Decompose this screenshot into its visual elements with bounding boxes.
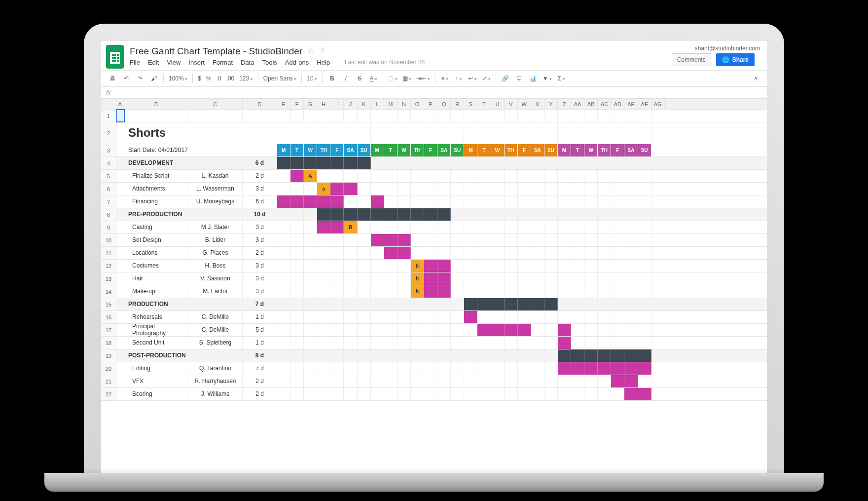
cell-selection[interactable] (116, 110, 124, 122)
text-rotate-icon[interactable]: ⤢ (482, 75, 491, 82)
column-header[interactable]: Y (544, 99, 558, 109)
section-name[interactable]: POST-PRODUCTION (124, 349, 243, 362)
column-header[interactable]: M (384, 99, 398, 109)
row-header[interactable]: 9 (101, 221, 116, 234)
column-header[interactable]: H (317, 99, 330, 109)
table-row[interactable]: Principal PhotographyC. DeMille5 d (116, 324, 767, 337)
row-header[interactable]: 12 (101, 260, 116, 272)
comment-icon[interactable]: 🗨 (515, 75, 524, 82)
fill-color-icon[interactable]: ⬚ (388, 75, 398, 82)
table-row[interactable]: CastingM.J. Slater3 dB (116, 221, 767, 234)
row-header[interactable]: 1 (101, 110, 116, 122)
column-header[interactable]: U (491, 99, 505, 109)
row-header[interactable]: 22 (101, 388, 116, 401)
row-header[interactable]: 5 (101, 170, 116, 183)
menu-view[interactable]: View (167, 59, 181, 66)
collapse-toolbar-icon[interactable]: ʌ (751, 75, 760, 82)
undo-icon[interactable]: ↶ (122, 75, 131, 82)
column-header[interactable]: D (243, 99, 277, 109)
section-name[interactable]: PRODUCTION (124, 298, 243, 310)
table-row[interactable]: LocationsG. Places2 d (116, 247, 767, 260)
column-header[interactable]: S (464, 99, 477, 109)
table-row[interactable]: RehearsalsC. DeMille1 d (116, 311, 767, 324)
column-header[interactable]: W (518, 99, 531, 109)
task-owner[interactable]: Q. Tarantino (188, 362, 243, 375)
column-header[interactable]: AC (598, 99, 611, 109)
font-dropdown[interactable]: Open Sans (263, 75, 297, 82)
print-icon[interactable]: 🖶 (108, 75, 117, 82)
column-header[interactable]: P (424, 99, 437, 109)
column-header[interactable]: Z (558, 99, 571, 109)
table-row[interactable]: AttachmentsL. Wasserman3 da (116, 183, 767, 195)
row-header[interactable]: 18 (101, 337, 116, 349)
text-wrap-icon[interactable]: ↩ (468, 75, 477, 82)
borders-icon[interactable]: ▦ (402, 75, 412, 82)
redo-icon[interactable]: ↷ (136, 75, 145, 82)
increase-decimal-button[interactable]: .00 (226, 75, 235, 82)
v-align-icon[interactable]: ↕ (454, 75, 463, 82)
row-header[interactable]: 19 (101, 349, 116, 362)
table-row[interactable]: EditingQ. Tarantino7 d (116, 362, 767, 375)
column-header[interactable]: F (290, 99, 304, 109)
h-align-icon[interactable]: ≡ (440, 75, 449, 82)
task-owner[interactable]: M. Factor (188, 285, 243, 298)
column-header[interactable]: N (398, 99, 411, 109)
task-owner[interactable]: L. Kasdan (188, 170, 243, 182)
star-icon[interactable]: ☆ (307, 46, 314, 55)
column-header[interactable]: E (277, 99, 290, 109)
column-header[interactable]: V (505, 99, 518, 109)
row-header[interactable]: 10 (101, 234, 116, 247)
row-header[interactable]: 16 (101, 311, 116, 324)
task-name[interactable]: Financing (124, 195, 188, 208)
column-header[interactable]: Q (437, 99, 451, 109)
comments-button[interactable]: Comments (672, 53, 711, 66)
section-name[interactable]: DEVELOPMENT (124, 157, 243, 169)
menu-tools[interactable]: Tools (262, 59, 277, 66)
table-row[interactable]: CostumesH. Boss3 db (116, 260, 767, 272)
column-header[interactable]: L (371, 99, 384, 109)
table-row[interactable]: Set DesignB. Lider3 d (116, 234, 767, 247)
table-row[interactable]: PRE-PRODUCTION10 d (116, 208, 767, 221)
table-row[interactable]: ShortsWEEK 1WEEK 2WEEK 3WEEK 4 (116, 122, 767, 144)
task-name[interactable]: Set Design (124, 234, 188, 246)
merge-cells-icon[interactable]: ⇥⇤ (416, 75, 430, 82)
sheets-logo-icon[interactable] (106, 45, 124, 69)
task-name[interactable]: Editing (124, 362, 188, 375)
italic-icon[interactable]: I (341, 75, 350, 82)
menu-help[interactable]: Help (317, 59, 330, 66)
table-row[interactable]: Finalize ScriptL. Kasdan2 dA (116, 170, 767, 183)
column-header[interactable]: R (451, 99, 464, 109)
task-owner[interactable]: R. Harryhausen (188, 375, 243, 387)
section-name[interactable]: PRE-PRODUCTION (124, 208, 243, 221)
column-header[interactable]: AG (651, 99, 665, 109)
row-header[interactable]: 2 (101, 122, 116, 144)
menu-data[interactable]: Data (241, 59, 254, 66)
column-headers[interactable]: ABCDEFGHIJKLMNOPQRSTUVWXYZAAABACADAEAFAG (116, 99, 767, 110)
row-header[interactable]: 7 (101, 195, 116, 208)
task-name[interactable]: Second Unit (124, 337, 188, 349)
task-name[interactable]: Scoring (124, 388, 188, 400)
task-name[interactable]: Rehearsals (124, 311, 188, 323)
column-header[interactable]: AF (638, 99, 651, 109)
column-header[interactable]: AD (611, 99, 624, 109)
doc-title[interactable]: Free Gantt Chart Template - StudioBinder (130, 45, 302, 57)
task-owner[interactable]: G. Places (188, 247, 243, 259)
table-row[interactable] (116, 110, 767, 122)
column-header[interactable]: J (344, 99, 357, 109)
task-name[interactable]: Locations (124, 247, 188, 259)
task-owner[interactable]: C. DeMille (188, 324, 243, 336)
column-header[interactable]: T (477, 99, 491, 109)
task-owner[interactable]: U. Moneybags (188, 195, 243, 208)
bold-icon[interactable]: B (327, 75, 336, 82)
task-name[interactable]: Principal Photography (124, 324, 188, 336)
strikethrough-icon[interactable]: S (355, 75, 364, 82)
menu-format[interactable]: Format (213, 59, 233, 66)
table-row[interactable]: Start Date: 04/01/2017MTWTHFSASUMTWTHFSA… (116, 144, 767, 157)
column-header[interactable]: O (411, 99, 424, 109)
column-header[interactable]: A (116, 99, 124, 109)
column-header[interactable]: G (304, 99, 317, 109)
task-owner[interactable]: V. Sassoon (188, 272, 243, 285)
row-header[interactable]: 8 (101, 208, 116, 221)
task-owner[interactable]: J. Williams (188, 388, 243, 400)
task-name[interactable]: Hair (124, 272, 188, 285)
